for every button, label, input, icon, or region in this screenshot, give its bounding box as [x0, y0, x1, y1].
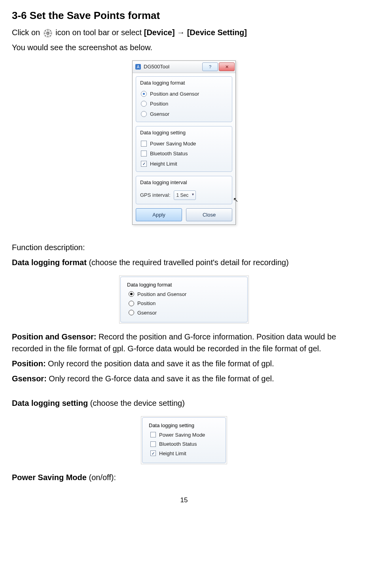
snippet-checkbox-height-limit[interactable]: Height Limit	[150, 450, 222, 458]
desc-p-bold: Position:	[12, 359, 46, 368]
snippet-radio-position-gsensor[interactable]: Position and Gsensor	[129, 290, 243, 298]
psm-suffix: (on/off):	[87, 473, 116, 482]
gear-icon	[44, 29, 52, 38]
apply-button[interactable]: Apply	[136, 208, 182, 222]
checkbox-label: Power Saving Mode	[159, 431, 205, 439]
checkbox-icon	[150, 441, 156, 447]
close-dialog-button[interactable]: Close	[186, 208, 232, 222]
desc-pg-bold: Position and Gsensor:	[12, 332, 96, 341]
svg-rect-3	[44, 33, 46, 34]
interval-select[interactable]: 1 Sec	[174, 190, 196, 200]
section-heading: 3-6 Set the Save Points format	[12, 8, 356, 23]
desc-position: Position: Only record the position data …	[12, 358, 356, 369]
dlf-bold: Data logging format	[12, 258, 87, 267]
snippet-checkbox-power-saving[interactable]: Power Saving Mode	[150, 431, 222, 439]
help-button[interactable]: ?	[202, 62, 218, 71]
radio-label: Gsensor	[150, 110, 169, 118]
menu-device-setting: [Device Setting]	[187, 28, 247, 37]
svg-text:A: A	[137, 65, 140, 69]
dlf-suffix: (choose the required travelled point's d…	[87, 258, 289, 267]
radio-icon	[141, 101, 147, 107]
checkbox-icon	[150, 432, 156, 437]
snippet-format: Data logging format Position and Gsensor…	[119, 275, 249, 324]
snippet-checkbox-bluetooth[interactable]: Bluetooth Status	[150, 440, 222, 448]
dialog-window: A DG500Tool ? ✕ Data logging format Posi…	[132, 60, 236, 225]
arrow-icon: →	[177, 28, 187, 37]
radio-icon	[129, 291, 134, 297]
snippet-radio-position[interactable]: Position	[129, 300, 243, 307]
app-icon: A	[135, 64, 141, 70]
group-title-setting: Data logging setting	[140, 129, 228, 137]
radio-label: Position	[150, 100, 168, 108]
snippet-setting-title: Data logging setting	[149, 422, 222, 430]
radio-position[interactable]: Position	[141, 100, 228, 108]
group-data-logging-interval: Data logging interval GPS interval: 1 Se…	[136, 176, 232, 204]
menu-device: [Device]	[144, 28, 175, 37]
data-logging-setting-heading: Data logging setting (choose the device …	[12, 397, 356, 409]
dialog-title: DG500Tool	[144, 63, 200, 71]
checkbox-label: Height Limit	[159, 450, 186, 458]
radio-position-gsensor[interactable]: Position and Gsensor	[141, 90, 228, 98]
intro-text-a: Click on	[12, 28, 42, 37]
snippet-format-group: Data logging format Position and Gsensor…	[120, 277, 248, 322]
titlebar: A DG500Tool ? ✕	[133, 61, 235, 73]
checkbox-power-saving[interactable]: Power Saving Mode	[141, 140, 228, 148]
desc-p-text: Only record the position data and save i…	[46, 359, 274, 368]
desc-gsensor: Gsensor: Only record the G-force data an…	[12, 373, 356, 384]
snippet-format-title: Data logging format	[127, 281, 243, 289]
group-data-logging-format: Data logging format Position and Gsensor…	[136, 76, 232, 122]
checkbox-label: Power Saving Mode	[150, 140, 196, 148]
psm-bold: Power Saving Mode	[12, 473, 87, 482]
group-title-format: Data logging format	[140, 79, 228, 87]
intro-line-2: You would see the screenshot as below.	[12, 41, 356, 53]
power-saving-mode-heading: Power Saving Mode (on/off):	[12, 471, 356, 483]
checkbox-icon	[141, 161, 147, 167]
data-logging-format-heading: Data logging format (choose the required…	[12, 256, 356, 268]
checkbox-icon	[150, 450, 156, 456]
radio-label: Position	[137, 300, 156, 307]
dls-bold: Data logging setting	[12, 399, 88, 407]
radio-icon	[129, 301, 134, 306]
radio-label: Position and Gsensor	[150, 90, 199, 98]
checkbox-label: Bluetooth Status	[159, 440, 197, 448]
group-title-interval: Data logging interval	[140, 179, 228, 187]
checkbox-icon	[141, 141, 147, 147]
function-description-label: Function description:	[12, 241, 356, 253]
desc-position-gsensor: Position and Gsensor: Record the positio…	[12, 331, 356, 354]
snippet-setting-group: Data logging setting Power Saving Mode B…	[142, 417, 226, 463]
radio-icon	[141, 91, 147, 97]
page-number: 15	[12, 495, 356, 505]
dls-suffix: (choose the device setting)	[88, 399, 185, 407]
snippet-setting: Data logging setting Power Saving Mode B…	[141, 416, 227, 464]
checkbox-icon	[141, 151, 147, 156]
svg-rect-1	[47, 30, 48, 31]
desc-g-bold: Gsensor:	[12, 374, 47, 383]
checkbox-label: Bluetooth Status	[150, 150, 188, 158]
svg-rect-4	[50, 33, 51, 34]
intro-line-1: Click on icon on tool bar or select [Dev…	[12, 26, 356, 38]
svg-rect-2	[47, 36, 48, 37]
checkbox-label: Height Limit	[150, 160, 177, 168]
checkbox-height-limit[interactable]: Height Limit	[141, 160, 228, 168]
intro-text-b: icon on tool bar or select	[55, 28, 144, 37]
snippet-radio-gsensor[interactable]: Gsensor	[129, 309, 243, 317]
radio-icon	[129, 310, 134, 315]
radio-label: Gsensor	[137, 309, 157, 317]
group-data-logging-setting: Data logging setting Power Saving Mode B…	[136, 126, 232, 172]
interval-label: GPS interval:	[140, 191, 171, 199]
cursor-icon: ↖	[233, 195, 238, 205]
radio-label: Position and Gsensor	[137, 290, 186, 298]
desc-g-text: Only record the G-force data and save it…	[47, 374, 274, 383]
radio-gsensor[interactable]: Gsensor	[141, 110, 228, 118]
radio-icon	[141, 111, 147, 117]
close-button[interactable]: ✕	[219, 62, 235, 71]
checkbox-bluetooth[interactable]: Bluetooth Status	[141, 150, 228, 158]
